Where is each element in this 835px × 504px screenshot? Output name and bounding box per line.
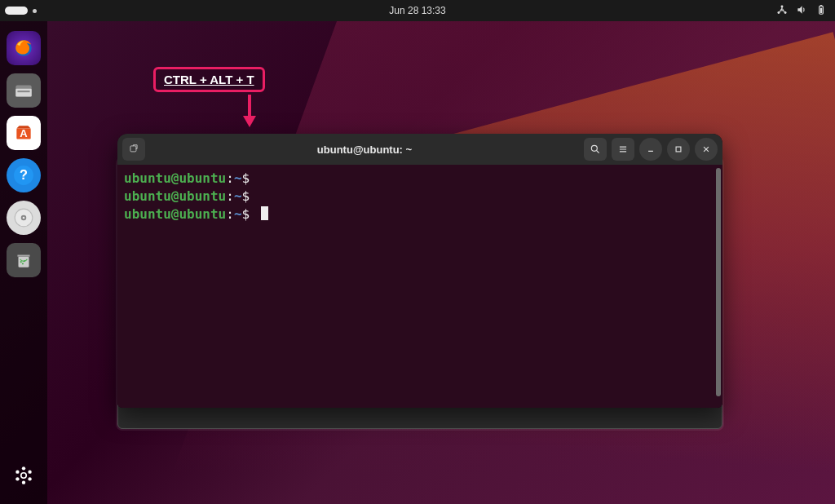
dock-item-trash[interactable]: [7, 243, 41, 277]
svg-point-25: [15, 471, 19, 474]
svg-rect-20: [17, 255, 29, 257]
dock-item-firefox[interactable]: [7, 31, 41, 65]
show-applications-icon[interactable]: [7, 458, 41, 493]
terminal-prompt-line: ubuntu@ubuntu:~$: [124, 170, 716, 188]
terminal-window: ubuntu@ubuntu: ~ ubuntu@ubuntu:~$ ubuntu…: [117, 134, 722, 408]
dock: A ?: [0, 21, 47, 504]
svg-point-2: [784, 11, 787, 14]
search-button[interactable]: [584, 138, 607, 161]
activities-pill[interactable]: [5, 7, 28, 15]
svg-point-0: [781, 5, 784, 7]
svg-point-21: [20, 261, 22, 263]
cursor: [261, 206, 268, 220]
svg-rect-19: [19, 257, 29, 267]
clock[interactable]: Jun 28 13:33: [389, 5, 445, 16]
svg-text:?: ?: [20, 167, 28, 182]
terminal-prompt-line: ubuntu@ubuntu:~$: [124, 188, 716, 206]
svg-point-27: [15, 477, 19, 480]
terminal-prompt-line: ubuntu@ubuntu:~$: [124, 206, 716, 223]
scrollbar-thumb[interactable]: [716, 168, 721, 396]
svg-rect-8: [15, 89, 32, 97]
top-bar: Jun 28 13:33: [0, 0, 835, 21]
dock-item-help[interactable]: ?: [7, 158, 41, 192]
svg-line-35: [597, 151, 599, 153]
minimize-button[interactable]: [639, 138, 662, 161]
svg-point-24: [22, 466, 25, 470]
svg-rect-40: [676, 147, 681, 152]
svg-point-28: [28, 477, 31, 480]
svg-point-26: [28, 471, 31, 474]
svg-rect-9: [17, 91, 29, 92]
close-button[interactable]: [695, 138, 718, 161]
terminal-title: ubuntu@ubuntu: ~: [150, 144, 579, 156]
dock-item-software[interactable]: A: [7, 116, 41, 150]
svg-point-30: [21, 473, 27, 479]
svg-rect-33: [130, 146, 136, 152]
terminal-body[interactable]: ubuntu@ubuntu:~$ ubuntu@ubuntu:~$ ubuntu…: [117, 165, 722, 408]
new-tab-button[interactable]: [122, 138, 145, 161]
svg-point-1: [777, 11, 780, 14]
svg-point-23: [22, 263, 24, 264]
menu-button[interactable]: [612, 138, 634, 161]
svg-marker-32: [243, 116, 256, 127]
dock-item-files[interactable]: [7, 73, 41, 108]
system-tray[interactable]: [776, 4, 835, 18]
svg-text:A: A: [20, 127, 28, 139]
svg-point-29: [22, 481, 25, 484]
annotation-shortcut-label: CTRL + ALT + T: [153, 67, 265, 92]
terminal-titlebar[interactable]: ubuntu@ubuntu: ~: [117, 134, 722, 165]
network-icon[interactable]: [776, 4, 788, 18]
svg-rect-5: [820, 7, 822, 12]
annotation-callout: CTRL + ALT + T: [153, 67, 265, 92]
dock-item-disc[interactable]: [7, 201, 41, 235]
svg-point-18: [23, 217, 25, 219]
annotation-arrow-icon: [241, 95, 258, 130]
maximize-button[interactable]: [667, 138, 690, 161]
volume-icon[interactable]: [796, 4, 807, 18]
svg-point-34: [591, 145, 597, 151]
svg-rect-4: [820, 5, 822, 6]
battery-icon[interactable]: [815, 4, 827, 18]
top-bar-dot: [33, 9, 37, 13]
